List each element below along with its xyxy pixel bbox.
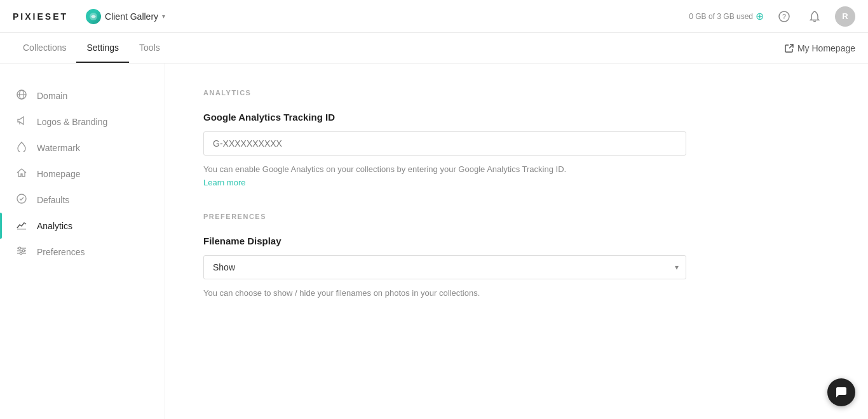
analytics-icon — [15, 220, 28, 232]
tab-settings[interactable]: Settings — [76, 34, 129, 63]
external-link-icon — [785, 44, 794, 53]
svg-point-12 — [20, 252, 22, 255]
content-area: ANALYTICS Google Analytics Tracking ID Y… — [165, 63, 868, 419]
svg-point-10 — [18, 247, 21, 249]
filename-display-select[interactable]: Show Hide — [203, 255, 686, 279]
main-layout: Domain Logos & Branding Watermark — [0, 63, 868, 419]
sidebar-label-defaults: Defaults — [37, 195, 69, 205]
topbar-right: 0 GB of 3 GB used ⊕ ? R — [689, 6, 855, 27]
sidebar-label-analytics: Analytics — [37, 221, 72, 231]
tab-tools[interactable]: Tools — [129, 34, 170, 63]
megaphone-icon — [15, 116, 28, 128]
sidebar-item-logos-branding[interactable]: Logos & Branding — [0, 109, 165, 135]
gallery-chevron-icon: ▾ — [162, 13, 165, 20]
my-homepage-link[interactable]: My Homepage — [785, 43, 855, 53]
gallery-icon — [86, 9, 101, 24]
sidebar-label-logos-branding: Logos & Branding — [37, 117, 107, 127]
sliders-icon — [15, 246, 28, 258]
tracking-id-label: Google Analytics Tracking ID — [203, 112, 830, 123]
nav-tabs-left: Collections Settings Tools — [13, 34, 170, 62]
chat-button[interactable] — [827, 378, 855, 406]
filename-display-select-wrapper: Show Hide ▾ — [203, 255, 686, 279]
check-circle-icon — [15, 194, 28, 206]
sidebar-item-analytics[interactable]: Analytics — [0, 213, 165, 239]
preferences-section-label: PREFERENCES — [203, 213, 830, 220]
analytics-section: ANALYTICS Google Analytics Tracking ID Y… — [203, 89, 830, 190]
learn-more-link[interactable]: Learn more — [203, 178, 245, 187]
storage-add-icon[interactable]: ⊕ — [756, 10, 764, 22]
storage-text: 0 GB of 3 GB used — [689, 12, 753, 21]
avatar[interactable]: R — [835, 6, 855, 27]
tab-collections[interactable]: Collections — [13, 34, 76, 63]
droplet-icon — [15, 142, 28, 154]
sidebar-label-homepage: Homepage — [37, 169, 81, 179]
sidebar-label-watermark: Watermark — [37, 143, 80, 153]
tracking-id-input[interactable] — [203, 131, 686, 156]
topbar-left: PIXIESET Client Gallery ▾ — [13, 6, 170, 27]
topbar: PIXIESET Client Gallery ▾ 0 GB of 3 GB u… — [0, 0, 868, 33]
globe-icon — [15, 90, 28, 102]
preferences-section: PREFERENCES Filename Display Show Hide ▾… — [203, 213, 830, 300]
sidebar-label-preferences: Preferences — [37, 247, 85, 257]
notifications-button[interactable] — [804, 6, 825, 27]
filename-display-label: Filename Display — [203, 236, 830, 246]
gallery-name: Client Gallery — [105, 11, 158, 22]
help-button[interactable]: ? — [774, 6, 794, 27]
preferences-helper-text: You can choose to show / hide your filen… — [203, 287, 686, 300]
nav-tabs: Collections Settings Tools My Homepage — [0, 33, 868, 63]
analytics-section-label: ANALYTICS — [203, 89, 830, 96]
sidebar: Domain Logos & Branding Watermark — [0, 63, 165, 419]
sidebar-item-defaults[interactable]: Defaults — [0, 187, 165, 213]
svg-text:?: ? — [782, 13, 786, 20]
sidebar-item-watermark[interactable]: Watermark — [0, 135, 165, 161]
sidebar-item-domain[interactable]: Domain — [0, 83, 165, 109]
analytics-helper-text: You can enable Google Analytics on your … — [203, 163, 686, 190]
gallery-switcher[interactable]: Client Gallery ▾ — [81, 6, 170, 27]
my-homepage-label: My Homepage — [797, 43, 855, 53]
svg-point-6 — [17, 194, 26, 203]
svg-point-11 — [22, 249, 25, 252]
sidebar-label-domain: Domain — [37, 91, 67, 101]
sidebar-item-preferences[interactable]: Preferences — [0, 239, 165, 265]
app-logo: PIXIESET — [13, 11, 68, 22]
storage-info: 0 GB of 3 GB used ⊕ — [689, 10, 764, 22]
sidebar-item-homepage[interactable]: Homepage — [0, 161, 165, 187]
home-icon — [15, 168, 28, 180]
